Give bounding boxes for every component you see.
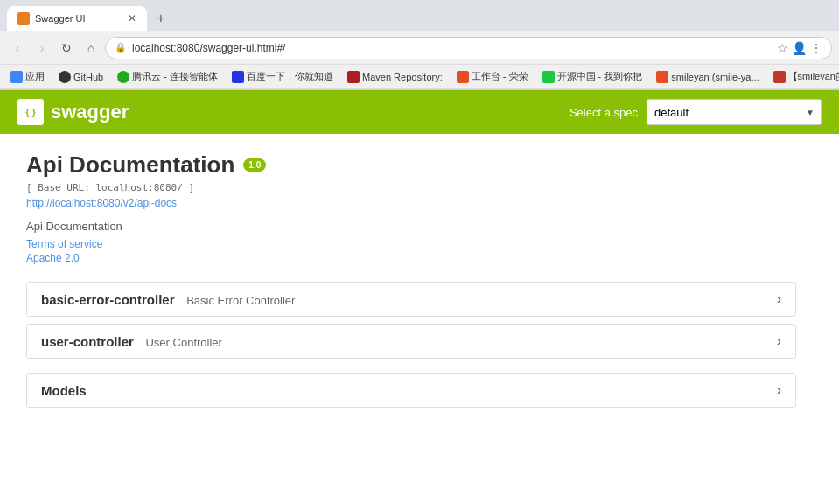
swagger-brand-name: swagger bbox=[51, 101, 129, 123]
maven-icon bbox=[347, 71, 360, 83]
api-title-row: Api Documentation 1.0 bbox=[26, 151, 796, 178]
version-badge: 1.0 bbox=[243, 158, 266, 172]
new-tab-button[interactable]: + bbox=[150, 8, 171, 29]
models-header[interactable]: Models › bbox=[27, 374, 795, 407]
controller-desc-basic-error: Basic Error Controller bbox=[186, 294, 295, 307]
lock-icon: 🔒 bbox=[115, 42, 127, 53]
bookmark-maven[interactable]: Maven Repository: bbox=[344, 69, 446, 85]
tencent-icon bbox=[117, 71, 129, 83]
url-text: localhost:8080/swagger-ui.html#/ bbox=[132, 42, 772, 54]
models-title: Models bbox=[41, 383, 87, 398]
url-bar[interactable]: 🔒 localhost:8080/swagger-ui.html#/ ☆ 👤 ⋮ bbox=[105, 37, 832, 60]
bookmark-gwork[interactable]: 工作台 - 荣荣 bbox=[453, 68, 532, 85]
controller-chevron-user: › bbox=[777, 333, 781, 349]
bookmark-open[interactable]: 开源中国 - 我到你把 bbox=[539, 68, 647, 85]
bookmark-apps[interactable]: 应用 bbox=[7, 68, 48, 85]
baidu-icon bbox=[232, 71, 244, 83]
models-section: Models › bbox=[26, 373, 796, 408]
bookmark-gwork-label: 工作台 - 荣荣 bbox=[472, 70, 528, 83]
controller-item-basic-error: basic-error-controller Basic Error Contr… bbox=[26, 282, 796, 317]
controller-chevron-basic-error: › bbox=[777, 291, 781, 307]
swagger-logo-braces: { } bbox=[25, 107, 36, 117]
controller-header-basic-error[interactable]: basic-error-controller Basic Error Contr… bbox=[27, 283, 795, 316]
tab-close-button[interactable]: ✕ bbox=[128, 12, 136, 24]
bookmark-baidu-label: 百度一下，你就知道 bbox=[247, 70, 333, 83]
api-title: Api Documentation bbox=[26, 151, 234, 178]
github-icon bbox=[59, 71, 71, 83]
browser-chrome: Swagger UI ✕ + ‹ › ↻ ⌂ 🔒 localhost:8080/… bbox=[0, 0, 839, 90]
back-button[interactable]: ‹ bbox=[7, 38, 28, 59]
swagger-header: { } swagger Select a spec default bbox=[0, 90, 839, 134]
api-description: Api Documentation bbox=[26, 220, 796, 233]
controller-name-basic-error: basic-error-controller bbox=[41, 292, 175, 307]
bookmark-github-label: GitHub bbox=[73, 72, 103, 82]
controller-desc-user: User Controller bbox=[145, 336, 221, 349]
bookmark-maven-label: Maven Repository: bbox=[362, 72, 443, 82]
bookmark-tencent-label: 腾讯云 - 连接智能体 bbox=[132, 70, 218, 83]
controller-header-user[interactable]: user-controller User Controller › bbox=[27, 325, 795, 358]
bookmarks-bar: 应用 GitHub 腾讯云 - 连接智能体 百度一下，你就知道 Maven Re… bbox=[0, 65, 839, 89]
swagger-logo-box: { } bbox=[17, 99, 44, 125]
bookmark-baidu[interactable]: 百度一下，你就知道 bbox=[228, 68, 337, 85]
main-content: Api Documentation 1.0 [ Base URL: localh… bbox=[0, 134, 822, 425]
smile2-icon bbox=[773, 71, 786, 83]
controller-header-user-left: user-controller User Controller bbox=[41, 334, 222, 349]
active-tab[interactable]: Swagger UI ✕ bbox=[7, 6, 147, 31]
bookmark-tencent[interactable]: 腾讯云 - 连接智能体 bbox=[114, 68, 221, 85]
license-link[interactable]: Apache 2.0 bbox=[26, 252, 796, 264]
reload-button[interactable]: ↻ bbox=[56, 38, 77, 59]
forward-button[interactable]: › bbox=[31, 38, 52, 59]
bookmark-open-label: 开源中国 - 我到你把 bbox=[557, 70, 643, 83]
spec-select-wrapper: default bbox=[647, 99, 822, 125]
bookmark-smile2[interactable]: 【smileyan的博客】 bbox=[770, 68, 839, 85]
controller-header-left: basic-error-controller Basic Error Contr… bbox=[41, 292, 295, 307]
controllers-area: basic-error-controller Basic Error Contr… bbox=[26, 282, 796, 359]
menu-icon[interactable]: ⋮ bbox=[810, 41, 822, 55]
bookmark-github[interactable]: GitHub bbox=[55, 69, 107, 85]
account-icon[interactable]: 👤 bbox=[792, 41, 807, 55]
api-docs-link[interactable]: http://localhost:8080/v2/api-docs bbox=[26, 197, 796, 209]
terms-of-service-link[interactable]: Terms of service bbox=[26, 238, 796, 250]
bookmark-smile2-label: 【smileyan的博客】 bbox=[788, 70, 839, 83]
open-icon bbox=[542, 71, 555, 83]
gwork-icon bbox=[457, 71, 469, 83]
bookmark-smile[interactable]: smileyan (smile-ya... bbox=[653, 69, 762, 85]
tab-bar: Swagger UI ✕ + bbox=[0, 0, 839, 32]
apps-icon bbox=[10, 71, 23, 83]
star-icon[interactable]: ☆ bbox=[777, 41, 788, 55]
url-bar-icons: ☆ 👤 ⋮ bbox=[777, 41, 822, 55]
bookmark-smile-label: smileyan (smile-ya... bbox=[671, 72, 759, 82]
controller-item-user: user-controller User Controller › bbox=[26, 324, 796, 359]
models-chevron: › bbox=[777, 382, 781, 398]
home-button[interactable]: ⌂ bbox=[80, 38, 101, 59]
bookmark-apps-label: 应用 bbox=[25, 70, 45, 83]
spec-select[interactable]: default bbox=[647, 99, 822, 125]
tab-favicon bbox=[17, 12, 30, 24]
swagger-logo: { } swagger bbox=[17, 99, 129, 125]
base-url: [ Base URL: localhost:8080/ ] bbox=[26, 182, 796, 193]
spec-selector-area: Select a spec default bbox=[570, 99, 822, 125]
nav-bar: ‹ › ↻ ⌂ 🔒 localhost:8080/swagger-ui.html… bbox=[0, 32, 839, 65]
tab-title: Swagger UI bbox=[35, 13, 122, 24]
controller-name-user: user-controller bbox=[41, 334, 134, 349]
smile-icon bbox=[656, 71, 668, 83]
select-spec-label: Select a spec bbox=[570, 106, 638, 119]
